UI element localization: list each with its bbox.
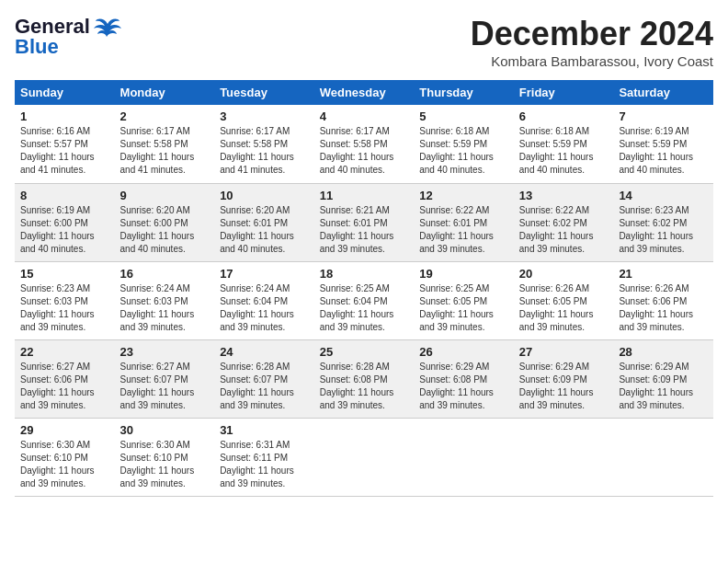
- calendar-cell: 8Sunrise: 6:19 AM Sunset: 6:00 PM Daylig…: [15, 183, 115, 261]
- day-number: 14: [619, 189, 708, 202]
- calendar-cell: 6Sunrise: 6:18 AM Sunset: 5:59 PM Daylig…: [514, 105, 614, 183]
- calendar-cell: [414, 418, 514, 496]
- month-title: December 2024: [471, 15, 713, 53]
- day-number: 3: [220, 109, 309, 123]
- header-tuesday: Tuesday: [214, 80, 314, 105]
- day-info: Sunrise: 6:25 AM Sunset: 6:05 PM Dayligh…: [419, 282, 508, 334]
- calendar-cell: 23Sunrise: 6:27 AM Sunset: 6:07 PM Dayli…: [115, 339, 215, 418]
- day-number: 8: [20, 189, 109, 202]
- day-number: 5: [419, 109, 508, 123]
- calendar-table: SundayMondayTuesdayWednesdayThursdayFrid…: [15, 80, 713, 497]
- day-info: Sunrise: 6:25 AM Sunset: 6:04 PM Dayligh…: [320, 282, 409, 334]
- day-info: Sunrise: 6:26 AM Sunset: 6:05 PM Dayligh…: [519, 282, 609, 334]
- calendar-cell: 5Sunrise: 6:18 AM Sunset: 5:59 PM Daylig…: [414, 105, 514, 183]
- day-info: Sunrise: 6:22 AM Sunset: 6:02 PM Dayligh…: [519, 204, 609, 256]
- calendar-cell: 29Sunrise: 6:30 AM Sunset: 6:10 PM Dayli…: [15, 418, 115, 496]
- day-number: 9: [120, 189, 210, 202]
- day-number: 31: [220, 423, 309, 437]
- calendar-cell: 1Sunrise: 6:16 AM Sunset: 5:57 PM Daylig…: [15, 105, 115, 183]
- week-row-2: 8Sunrise: 6:19 AM Sunset: 6:00 PM Daylig…: [15, 183, 713, 261]
- day-number: 21: [619, 267, 708, 281]
- calendar-cell: 16Sunrise: 6:24 AM Sunset: 6:03 PM Dayli…: [115, 261, 215, 339]
- day-number: 17: [220, 267, 309, 281]
- calendar-cell: 31Sunrise: 6:31 AM Sunset: 6:11 PM Dayli…: [214, 418, 314, 496]
- day-number: 12: [419, 189, 508, 202]
- day-info: Sunrise: 6:17 AM Sunset: 5:58 PM Dayligh…: [120, 125, 210, 177]
- calendar-cell: 7Sunrise: 6:19 AM Sunset: 5:59 PM Daylig…: [613, 105, 713, 183]
- day-number: 18: [320, 267, 409, 281]
- title-section: December 2024 Kombara Bambarassou, Ivory…: [471, 15, 713, 69]
- day-info: Sunrise: 6:20 AM Sunset: 6:00 PM Dayligh…: [120, 204, 210, 256]
- calendar-cell: 22Sunrise: 6:27 AM Sunset: 6:06 PM Dayli…: [15, 339, 115, 418]
- calendar-cell: 3Sunrise: 6:17 AM Sunset: 5:58 PM Daylig…: [214, 105, 314, 183]
- page-header: General Blue December 2024 Kombara Bamba…: [15, 15, 713, 69]
- calendar-cell: 4Sunrise: 6:17 AM Sunset: 5:58 PM Daylig…: [314, 105, 415, 183]
- day-number: 25: [320, 345, 409, 359]
- day-info: Sunrise: 6:22 AM Sunset: 6:01 PM Dayligh…: [419, 204, 508, 256]
- logo: General Blue: [15, 15, 121, 59]
- day-number: 23: [120, 345, 210, 359]
- calendar-cell: [514, 418, 614, 496]
- week-row-5: 29Sunrise: 6:30 AM Sunset: 6:10 PM Dayli…: [15, 418, 713, 496]
- day-number: 11: [320, 189, 409, 202]
- day-number: 27: [519, 345, 609, 359]
- calendar-cell: 27Sunrise: 6:29 AM Sunset: 6:09 PM Dayli…: [514, 339, 614, 418]
- day-info: Sunrise: 6:23 AM Sunset: 6:03 PM Dayligh…: [20, 282, 109, 334]
- day-number: 4: [320, 109, 409, 123]
- week-row-1: 1Sunrise: 6:16 AM Sunset: 5:57 PM Daylig…: [15, 105, 713, 183]
- calendar-cell: 26Sunrise: 6:29 AM Sunset: 6:08 PM Dayli…: [414, 339, 514, 418]
- day-info: Sunrise: 6:29 AM Sunset: 6:09 PM Dayligh…: [519, 361, 609, 412]
- day-number: 19: [419, 267, 508, 281]
- day-info: Sunrise: 6:17 AM Sunset: 5:58 PM Dayligh…: [320, 125, 409, 177]
- day-info: Sunrise: 6:28 AM Sunset: 6:07 PM Dayligh…: [220, 361, 309, 412]
- calendar-cell: 13Sunrise: 6:22 AM Sunset: 6:02 PM Dayli…: [514, 183, 614, 261]
- calendar-cell: 28Sunrise: 6:29 AM Sunset: 6:09 PM Dayli…: [613, 339, 713, 418]
- day-info: Sunrise: 6:30 AM Sunset: 6:10 PM Dayligh…: [120, 439, 210, 490]
- calendar-header-row: SundayMondayTuesdayWednesdayThursdayFrid…: [15, 80, 713, 105]
- calendar-cell: 10Sunrise: 6:20 AM Sunset: 6:01 PM Dayli…: [214, 183, 314, 261]
- day-info: Sunrise: 6:29 AM Sunset: 6:08 PM Dayligh…: [419, 361, 508, 412]
- calendar-cell: 15Sunrise: 6:23 AM Sunset: 6:03 PM Dayli…: [15, 261, 115, 339]
- logo-bird-icon: [94, 17, 121, 37]
- day-number: 26: [419, 345, 508, 359]
- location: Kombara Bambarassou, Ivory Coast: [471, 53, 713, 69]
- day-info: Sunrise: 6:17 AM Sunset: 5:58 PM Dayligh…: [220, 125, 309, 177]
- day-number: 1: [20, 109, 109, 123]
- day-info: Sunrise: 6:19 AM Sunset: 5:59 PM Dayligh…: [619, 125, 708, 177]
- day-info: Sunrise: 6:28 AM Sunset: 6:08 PM Dayligh…: [320, 361, 409, 412]
- calendar-cell: 30Sunrise: 6:30 AM Sunset: 6:10 PM Dayli…: [115, 418, 215, 496]
- day-number: 24: [220, 345, 309, 359]
- day-info: Sunrise: 6:23 AM Sunset: 6:02 PM Dayligh…: [619, 204, 708, 256]
- calendar-cell: 25Sunrise: 6:28 AM Sunset: 6:08 PM Dayli…: [314, 339, 415, 418]
- logo-text-blue: Blue: [15, 35, 59, 59]
- header-sunday: Sunday: [15, 80, 115, 105]
- day-number: 15: [20, 267, 109, 281]
- day-number: 22: [20, 345, 109, 359]
- day-info: Sunrise: 6:24 AM Sunset: 6:03 PM Dayligh…: [120, 282, 210, 334]
- day-info: Sunrise: 6:20 AM Sunset: 6:01 PM Dayligh…: [220, 204, 309, 256]
- day-info: Sunrise: 6:31 AM Sunset: 6:11 PM Dayligh…: [220, 439, 309, 490]
- calendar-cell: 12Sunrise: 6:22 AM Sunset: 6:01 PM Dayli…: [414, 183, 514, 261]
- day-info: Sunrise: 6:18 AM Sunset: 5:59 PM Dayligh…: [519, 125, 609, 177]
- day-number: 16: [120, 267, 210, 281]
- calendar-cell: 11Sunrise: 6:21 AM Sunset: 6:01 PM Dayli…: [314, 183, 415, 261]
- day-number: 20: [519, 267, 609, 281]
- header-saturday: Saturday: [613, 80, 713, 105]
- header-wednesday: Wednesday: [314, 80, 415, 105]
- day-number: 29: [20, 423, 109, 437]
- calendar-cell: 18Sunrise: 6:25 AM Sunset: 6:04 PM Dayli…: [314, 261, 415, 339]
- day-number: 13: [519, 189, 609, 202]
- day-number: 7: [619, 109, 708, 123]
- day-number: 6: [519, 109, 609, 123]
- day-info: Sunrise: 6:19 AM Sunset: 6:00 PM Dayligh…: [20, 204, 109, 256]
- day-number: 2: [120, 109, 210, 123]
- day-info: Sunrise: 6:29 AM Sunset: 6:09 PM Dayligh…: [619, 361, 708, 412]
- calendar-cell: [613, 418, 713, 496]
- day-info: Sunrise: 6:18 AM Sunset: 5:59 PM Dayligh…: [419, 125, 508, 177]
- calendar-cell: 19Sunrise: 6:25 AM Sunset: 6:05 PM Dayli…: [414, 261, 514, 339]
- calendar-cell: 17Sunrise: 6:24 AM Sunset: 6:04 PM Dayli…: [214, 261, 314, 339]
- calendar-cell: 21Sunrise: 6:26 AM Sunset: 6:06 PM Dayli…: [613, 261, 713, 339]
- day-number: 30: [120, 423, 210, 437]
- day-info: Sunrise: 6:27 AM Sunset: 6:07 PM Dayligh…: [120, 361, 210, 412]
- week-row-3: 15Sunrise: 6:23 AM Sunset: 6:03 PM Dayli…: [15, 261, 713, 339]
